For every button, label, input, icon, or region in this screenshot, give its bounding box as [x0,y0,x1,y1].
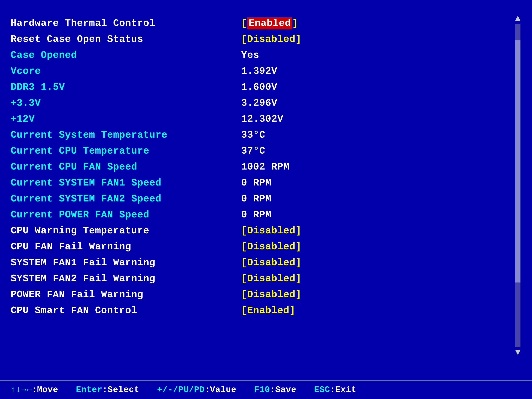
status-action-value: Value [210,385,236,395]
status-key-exit: ESC [314,385,330,395]
status-action-move: Move [37,385,58,395]
bios-row-current-cpu-temp[interactable]: Current CPU Temperature37°C [11,144,521,160]
bios-label-ddr3-1-5v: DDR3 1.5V [11,82,241,93]
bios-value-current-system-fan2-speed[interactable]: 0 RPM [241,193,271,204]
bios-value-hardware-thermal-control[interactable]: [Enabled] [241,18,298,29]
bios-value-current-system-fan1-speed[interactable]: 0 RPM [241,177,271,189]
bios-row-cpu-fan-fail-warning[interactable]: CPU FAN Fail Warning[Disabled] [11,239,521,255]
bios-row-current-power-fan-speed[interactable]: Current POWER FAN Speed0 RPM [11,208,521,223]
status-key-value: +/-/PU/PD [157,385,205,395]
bios-label-hardware-thermal-control: Hardware Thermal Control [11,18,241,29]
bios-label-plus-3-3v: +3.3V [11,98,241,109]
bios-row-ddr3-1-5v[interactable]: DDR3 1.5V1.600V [11,80,521,96]
status-action-select: Select [108,385,139,395]
bios-label-cpu-smart-fan-control: CPU Smart FAN Control [11,305,241,316]
bios-row-plus-3-3v[interactable]: +3.3V3.296V [11,96,521,112]
bios-row-power-fan-fail-warning[interactable]: POWER FAN Fail Warning[Disabled] [11,287,521,303]
scroll-thumb [515,40,520,283]
bios-label-vcore: Vcore [11,66,241,77]
bios-value-current-cpu-temp[interactable]: 37°C [241,146,265,157]
bios-value-ddr3-1-5v[interactable]: 1.600V [241,82,277,93]
status-item-save: F10:Save [254,385,296,395]
status-key-select: Enter [76,385,102,395]
bios-row-current-cpu-fan-speed[interactable]: Current CPU FAN Speed1002 RPM [11,160,521,176]
bios-label-power-fan-fail-warning: POWER FAN Fail Warning [11,289,241,300]
status-action-save: Save [275,385,296,395]
bios-row-system-fan2-fail-warning[interactable]: SYSTEM FAN2 Fail Warning[Disabled] [11,271,521,287]
bios-value-cpu-fan-fail-warning[interactable]: [Disabled] [241,241,301,252]
bios-value-plus-12v[interactable]: 12.302V [241,114,283,125]
bios-value-current-power-fan-speed[interactable]: 0 RPM [241,209,271,221]
status-bar: ↑↓→←:MoveEnter:Select+/-/PU/PD:ValueF10:… [0,380,532,399]
bios-row-hardware-thermal-control[interactable]: Hardware Thermal Control[Enabled] [11,16,521,32]
bios-label-current-power-fan-speed: Current POWER FAN Speed [11,209,241,221]
bios-row-current-system-temp[interactable]: Current System Temperature33°C [11,128,521,144]
bios-screen: Hardware Thermal Control[Enabled]Reset C… [0,0,532,399]
status-item-select: Enter:Select [76,385,139,395]
bios-settings-table: Hardware Thermal Control[Enabled]Reset C… [11,16,521,380]
bios-row-vcore[interactable]: Vcore1.392V [11,64,521,80]
bios-value-current-system-temp[interactable]: 33°C [241,129,265,141]
bios-label-system-fan1-fail-warning: SYSTEM FAN1 Fail Warning [11,257,241,268]
bios-row-system-fan1-fail-warning[interactable]: SYSTEM FAN1 Fail Warning[Disabled] [11,255,521,271]
bios-value-case-opened[interactable]: Yes [241,50,259,61]
bios-label-current-system-temp: Current System Temperature [11,129,241,141]
bios-label-system-fan2-fail-warning: SYSTEM FAN2 Fail Warning [11,273,241,284]
bios-label-reset-case-open-status: Reset Case Open Status [11,34,241,45]
status-item-move: ↑↓→←:Move [11,385,58,395]
bios-label-current-cpu-temp: Current CPU Temperature [11,146,241,157]
status-key-save: F10 [254,385,270,395]
status-item-value: +/-/PU/PD:Value [157,385,236,395]
status-action-exit: Exit [335,385,356,395]
bios-value-cpu-warning-temp[interactable]: [Disabled] [241,225,301,236]
bios-label-cpu-warning-temp: CPU Warning Temperature [11,225,241,236]
bios-label-current-system-fan1-speed: Current SYSTEM FAN1 Speed [11,177,241,189]
bios-row-current-system-fan2-speed[interactable]: Current SYSTEM FAN2 Speed0 RPM [11,191,521,208]
bios-value-system-fan1-fail-warning[interactable]: [Disabled] [241,257,301,268]
bios-value-power-fan-fail-warning[interactable]: [Disabled] [241,289,301,300]
bios-label-current-system-fan2-speed: Current SYSTEM FAN2 Speed [11,193,241,204]
bios-label-case-opened: Case Opened [11,50,241,61]
bios-row-cpu-smart-fan-control[interactable]: CPU Smart FAN Control[Enabled] [11,303,521,319]
bios-value-reset-case-open-status[interactable]: [Disabled] [241,34,301,45]
status-key-move: ↑↓→← [11,385,32,395]
bios-value-system-fan2-fail-warning[interactable]: [Disabled] [241,273,301,284]
scroll-up-arrow[interactable]: ▲ [515,14,520,23]
bios-row-current-system-fan1-speed[interactable]: Current SYSTEM FAN1 Speed0 RPM [11,176,521,191]
status-item-exit: ESC:Exit [314,385,356,395]
scroll-down-arrow[interactable]: ▼ [515,348,520,357]
bios-row-reset-case-open-status[interactable]: Reset Case Open Status[Disabled] [11,32,521,48]
bios-label-plus-12v: +12V [11,114,241,125]
bios-row-case-opened[interactable]: Case OpenedYes [11,48,521,64]
scrollbar[interactable]: ▲ ▼ [514,14,521,357]
bios-row-plus-12v[interactable]: +12V12.302V [11,112,521,128]
bios-row-cpu-warning-temp[interactable]: CPU Warning Temperature[Disabled] [11,223,521,239]
bios-value-vcore[interactable]: 1.392V [241,66,277,77]
bios-value-cpu-smart-fan-control[interactable]: [Enabled] [241,305,295,316]
bios-label-cpu-fan-fail-warning: CPU FAN Fail Warning [11,241,241,252]
main-content: Hardware Thermal Control[Enabled]Reset C… [0,9,532,380]
header [0,0,532,9]
bios-label-current-cpu-fan-speed: Current CPU FAN Speed [11,161,241,172]
bios-value-plus-3-3v[interactable]: 3.296V [241,98,277,109]
enabled-highlight: Enabled [247,17,292,29]
bios-value-current-cpu-fan-speed[interactable]: 1002 RPM [241,161,289,172]
scroll-track[interactable] [515,24,520,347]
